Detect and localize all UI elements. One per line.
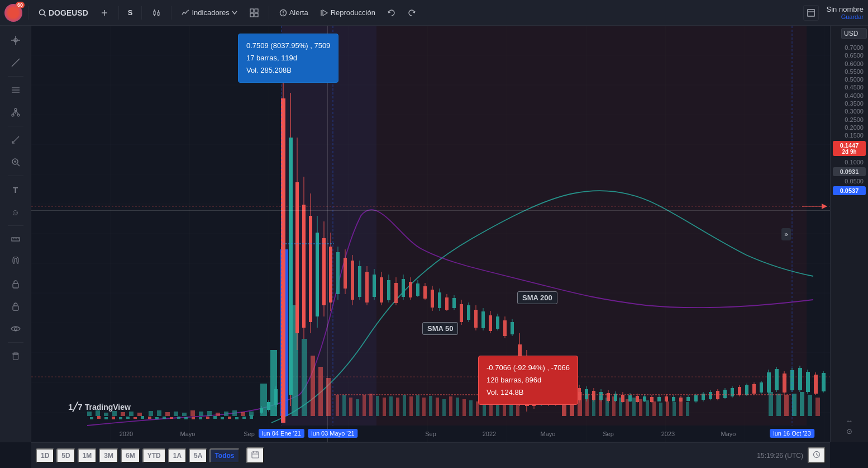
- timeframe-5a[interactable]: 5A: [189, 448, 207, 463]
- svg-rect-276: [643, 396, 646, 401]
- line-tool[interactable]: [6, 53, 26, 73]
- svg-rect-75: [182, 413, 187, 416]
- svg-rect-134: [659, 403, 662, 416]
- chart-area[interactable]: 2020 Mayo Sep Sep 2022 Mayo Sep 2023 May…: [31, 26, 830, 442]
- chart-type-button[interactable]: [147, 6, 165, 20]
- crosshair-tool[interactable]: [6, 30, 26, 50]
- undo-button[interactable]: [383, 7, 400, 19]
- svg-line-31: [13, 111, 16, 114]
- svg-rect-90: [318, 367, 323, 416]
- timeframe-3m[interactable]: 3M: [99, 448, 118, 463]
- timeframe-6m[interactable]: 6M: [121, 448, 140, 463]
- price-label-0600: 0.6000: [833, 60, 866, 68]
- svg-rect-166: [235, 417, 239, 419]
- price-label-0100: 0.1000: [833, 158, 866, 166]
- tooltip-measurement-blue: 0.7509 (8037.95%) , 7509 17 barras, 119d…: [238, 34, 338, 83]
- redo-button[interactable]: [403, 7, 420, 19]
- svg-rect-314: [783, 374, 786, 393]
- symbol-search[interactable]: DOGEUSD: [34, 6, 93, 20]
- timeframe-todos[interactable]: Todos: [209, 448, 239, 463]
- clock-icon: [813, 451, 821, 458]
- svg-rect-66: [104, 413, 108, 416]
- axis-settings-icon[interactable]: ⊙: [846, 427, 852, 436]
- svg-rect-228: [467, 305, 470, 320]
- fork-tool[interactable]: [6, 102, 26, 122]
- svg-rect-304: [745, 385, 748, 395]
- svg-point-16: [283, 13, 284, 15]
- save-link[interactable]: Guardar: [841, 13, 864, 20]
- bottom-right: 15:19:26 (UTC): [757, 447, 826, 464]
- svg-rect-274: [636, 396, 639, 402]
- svg-rect-238: [503, 320, 507, 336]
- ruler-tool[interactable]: [6, 229, 26, 249]
- add-symbol-button[interactable]: [96, 7, 113, 19]
- tooltip-red-line3: Vol. 124.8B: [487, 386, 570, 399]
- svg-rect-76: [190, 410, 195, 416]
- measure-tool[interactable]: [6, 130, 26, 150]
- badge-red-value: 0.1447: [836, 142, 863, 149]
- price-badge-red: 0.1447 2d 9h: [833, 141, 866, 156]
- svg-rect-74: [174, 412, 178, 416]
- zoom-icon: [11, 157, 21, 167]
- svg-text:Mayo: Mayo: [721, 431, 736, 437]
- utc-settings[interactable]: [808, 447, 826, 464]
- svg-rect-77: [199, 412, 203, 416]
- svg-rect-160: [192, 417, 195, 419]
- svg-point-28: [15, 108, 17, 111]
- topbar: 60 DOGEUSD S: [0, 0, 868, 26]
- svg-rect-280: [657, 397, 661, 401]
- emoji-tool[interactable]: ☺: [6, 202, 26, 222]
- svg-line-1: [44, 14, 46, 16]
- svg-rect-294: [709, 392, 712, 399]
- expand-button[interactable]: »: [781, 228, 791, 240]
- svg-rect-298: [723, 390, 727, 398]
- svg-rect-107: [436, 398, 439, 416]
- divider-2: [118, 6, 119, 20]
- svg-rect-91: [326, 378, 331, 416]
- svg-rect-234: [489, 315, 492, 331]
- grid-button[interactable]: [245, 6, 263, 20]
- timeframe-1d[interactable]: 1D: [36, 448, 54, 463]
- svg-rect-302: [738, 387, 741, 395]
- svg-rect-19: [808, 10, 814, 16]
- eye-icon: [11, 324, 21, 334]
- svg-rect-226: [460, 304, 463, 322]
- trash-tool[interactable]: [6, 346, 26, 366]
- indicators-button[interactable]: Indicadores: [177, 6, 241, 19]
- unlock-tool[interactable]: [6, 296, 26, 316]
- timeframe-ytd[interactable]: YTD: [142, 448, 166, 463]
- horizontal-lines-tool[interactable]: [6, 80, 26, 100]
- eye-tool[interactable]: [6, 319, 26, 339]
- tooltip-red-line2: 128 barras, 896d: [487, 374, 570, 386]
- axis-arrow-icon[interactable]: ↔: [846, 417, 853, 425]
- svg-line-38: [17, 164, 20, 166]
- svg-rect-137: [679, 401, 683, 416]
- magnet-tool[interactable]: [6, 252, 26, 272]
- svg-rect-148: [104, 417, 108, 419]
- date-range-picker[interactable]: [246, 447, 264, 464]
- svg-rect-102: [403, 395, 406, 416]
- timeframe-5d[interactable]: 5D: [56, 448, 75, 463]
- timeframe-1a[interactable]: 1A: [168, 448, 187, 463]
- replay-button[interactable]: Reproducción: [316, 6, 380, 19]
- layout-icon: [807, 9, 815, 17]
- layout-button[interactable]: [803, 5, 819, 21]
- alert-button[interactable]: Alerta: [275, 6, 313, 19]
- avatar[interactable]: 60: [4, 4, 22, 22]
- lock-tool[interactable]: [6, 274, 26, 294]
- text-tool[interactable]: T: [6, 179, 26, 200]
- svg-rect-10: [250, 9, 254, 12]
- zoom-tool[interactable]: [6, 152, 26, 172]
- timeframe-1m[interactable]: 1M: [78, 448, 97, 463]
- price-label-0050: 0.0500: [833, 177, 866, 185]
- svg-rect-284: [672, 397, 675, 401]
- currency-select[interactable]: USD EUR BTC: [841, 28, 867, 39]
- svg-rect-80: [224, 412, 228, 416]
- svg-rect-109: [449, 396, 452, 416]
- period-button[interactable]: S: [125, 6, 136, 19]
- svg-rect-136: [673, 402, 676, 416]
- line-icon: [11, 58, 21, 68]
- svg-rect-94: [349, 398, 352, 416]
- svg-rect-218: [431, 290, 434, 308]
- bottom-bar: 1D 5D 1M 3M 6M YTD 1A 5A Todos 15:19:26 …: [31, 442, 830, 468]
